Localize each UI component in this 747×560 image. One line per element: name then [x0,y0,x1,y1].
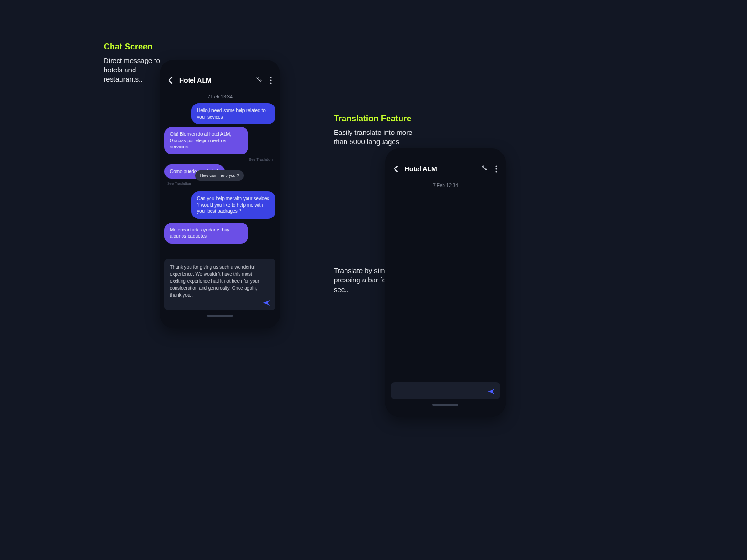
translation-screen-mockup: Hotel ALM 7 Feb 13:34 Hello,I need some … [385,148,506,417]
bubble-text: Hello,I need some help related to your s… [191,103,275,124]
section-heading-left: Chat Screen [104,42,164,52]
compose-bar[interactable] [391,382,500,399]
see-translation-link[interactable]: See Traslation [164,182,275,186]
back-icon[interactable] [168,77,174,84]
message-list: Hello,I need some help related to your s… [160,103,280,256]
message-agent[interactable]: Ola! Bienvenido al hotel ALM, Gracias po… [164,127,275,154]
phone-icon[interactable] [480,165,488,173]
translation-popover: How can I help you ? [195,170,244,181]
svg-point-5 [495,171,497,172]
bubble-text: Ola! Bienvenido al hotel ALM, Gracias po… [164,127,248,154]
svg-point-2 [270,82,271,84]
more-menu-icon[interactable] [495,165,497,173]
chat-title: Hotel ALM [179,77,249,84]
chat-header: Hotel ALM [160,73,280,88]
bubble-text: Me encantaría ayudarte. hay algunos paqu… [164,223,248,244]
send-icon[interactable] [262,299,271,307]
svg-point-3 [495,165,497,167]
back-icon[interactable] [394,166,399,172]
chat-header: Hotel ALM [385,161,506,176]
chat-title: Hotel ALM [405,165,475,173]
chat-timestamp: 7 Feb 13:34 [385,183,506,188]
message-user[interactable]: Hello,I need some help related to your s… [164,103,275,124]
compose-text: Thank you for giving us such a wonderful… [170,264,270,299]
svg-point-4 [495,168,497,169]
more-menu-icon[interactable] [270,77,272,84]
compose-box[interactable]: Thank you for giving us such a wonderful… [164,259,275,310]
svg-point-1 [270,79,271,81]
chat-screen-mockup: Hotel ALM 7 Feb 13:34 Hello,I need some … [160,60,280,328]
home-indicator [432,404,458,406]
message-user[interactable]: Can you help me with your sevices ? woul… [164,191,275,219]
chat-timestamp: 7 Feb 13:34 [160,94,280,99]
see-translation-link[interactable]: See Traslation [164,157,275,161]
send-icon[interactable] [487,388,495,395]
section-subheading-left: Direct message to hotels and restaurants… [104,56,164,84]
phone-icon[interactable] [255,77,262,84]
home-indicator [207,315,233,317]
section-subheading-right: Easily translate into more than 5000 lan… [334,128,427,147]
bubble-text: Can you help me with your sevices ? woul… [191,191,275,219]
section-heading-right: Translation Feature [334,114,427,124]
svg-point-0 [270,77,271,78]
message-agent[interactable]: Me encantaría ayudarte. hay algunos paqu… [164,223,275,244]
